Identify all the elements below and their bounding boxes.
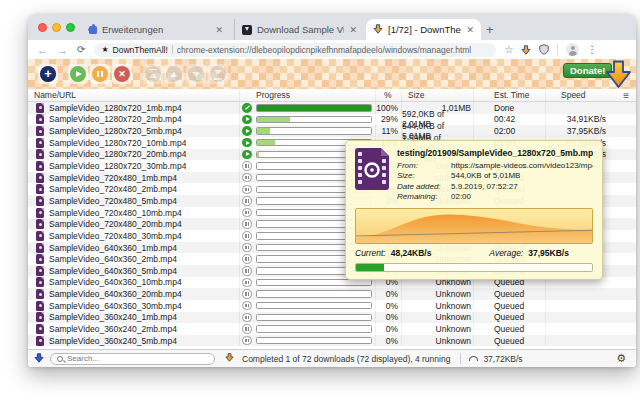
table-row[interactable]: SampleVideo_360x240_1mb.mp4 0% Unknown Q…	[28, 312, 636, 324]
add-downloads-button[interactable]: +	[38, 64, 58, 84]
speed-cell	[546, 312, 606, 324]
video-file-icon	[36, 324, 44, 334]
file-name: SampleVideo_640x360_30mb.mp4	[49, 301, 182, 311]
zoom-window-button[interactable]	[66, 23, 75, 32]
cancel-x-icon: ✕	[114, 66, 130, 82]
move-down-button[interactable]	[186, 64, 206, 84]
column-progress[interactable]: Progress	[254, 89, 376, 101]
minimize-window-button[interactable]	[52, 23, 61, 32]
percent-cell: 0%	[376, 312, 402, 324]
file-name: SampleVideo_640x360_10mb.mp4	[49, 277, 182, 287]
move-to-bottom-button[interactable]	[208, 64, 228, 84]
tooltip-remaining-label: Remaining:	[397, 192, 451, 203]
progress-bar	[256, 325, 372, 333]
file-name: SampleVideo_1280x720_10mb.mp4	[49, 138, 186, 148]
video-file-icon	[36, 184, 44, 194]
table-row[interactable]: SampleVideo_1280x720_2mb.mp4 29% 592,0KB…	[28, 114, 636, 126]
file-name: SampleVideo_720x480_20mb.mp4	[49, 219, 182, 229]
video-file-icon	[36, 254, 44, 264]
tab-close-icon[interactable]: ✕	[349, 25, 357, 35]
percent-cell: 0%	[376, 288, 402, 300]
video-file-icon	[36, 336, 44, 346]
window-controls[interactable]	[38, 23, 75, 32]
profile-avatar[interactable]	[566, 43, 579, 56]
column-est-time[interactable]: Est. Time	[474, 89, 546, 101]
downthemall-extension-icon[interactable]	[521, 41, 531, 59]
video-file-icon	[36, 289, 44, 299]
move-up-button[interactable]	[164, 64, 184, 84]
video-file-icon	[36, 103, 44, 113]
tab-close-icon[interactable]: ✕	[215, 25, 223, 35]
omnibox-divider	[172, 45, 173, 54]
table-row[interactable]: SampleVideo_640x360_30mb.mp4 0% Unknown …	[28, 300, 636, 312]
time-cell: Queued	[474, 335, 546, 347]
screenshot-stage: Erweiterungen ✕ Download Sample Videos /…	[0, 0, 640, 400]
forward-icon[interactable]: →	[57, 44, 68, 56]
progress-fill	[257, 152, 259, 158]
queued-state-icon	[242, 254, 252, 264]
close-window-button[interactable]	[38, 23, 47, 32]
back-icon[interactable]: ←	[37, 44, 48, 56]
table-row[interactable]: SampleVideo_640x360_20mb.mp4 0% Unknown …	[28, 288, 636, 300]
video-file-icon	[36, 173, 44, 183]
browser-actions: ☆ ⋮	[504, 41, 597, 59]
dta-statusbar-icon	[34, 353, 44, 365]
table-row[interactable]: SampleVideo_1280x720_5mb.mp4 11% 544,0KB…	[28, 125, 636, 137]
queued-state-icon	[242, 324, 252, 334]
column-size[interactable]: Size	[402, 89, 474, 101]
column-name-url[interactable]: Name/URL	[28, 89, 240, 101]
tooltip-date-value: 5.9.2019, 07:52:27	[451, 182, 518, 193]
tab-label: Download Sample Videos / Du	[257, 24, 344, 35]
table-header[interactable]: Name/URL Progress % Size Est. Time Speed…	[28, 89, 636, 102]
gear-icon[interactable]: ⚙	[616, 352, 626, 365]
file-name: SampleVideo_360x240_1mb.mp4	[49, 312, 177, 322]
arrow-to-top-icon	[145, 66, 161, 82]
pause-button[interactable]	[90, 64, 110, 84]
queued-state-icon	[242, 266, 252, 276]
size-cell: Unknown	[402, 335, 474, 347]
status-text: Completed 1 of 72 downloads (72 displaye…	[242, 354, 450, 364]
tab-close-icon[interactable]: ✕	[466, 25, 474, 35]
percent-cell: 29%	[376, 114, 402, 126]
bookmark-star-icon[interactable]: ☆	[504, 44, 513, 55]
arrow-to-bottom-icon	[210, 66, 226, 82]
extensions-puzzle-icon	[89, 26, 97, 34]
resume-button[interactable]	[68, 64, 88, 84]
column-percent[interactable]: %	[376, 89, 402, 101]
table-row[interactable]: SampleVideo_360x240_5mb.mp4 0% Unknown Q…	[28, 335, 636, 347]
downthemall-toolbar: + ✕ Donate!	[28, 59, 636, 89]
tab-strip: Erweiterungen ✕ Download Sample Videos /…	[28, 14, 636, 40]
column-speed[interactable]: Speed	[546, 89, 606, 101]
new-tab-button[interactable]: +	[486, 22, 494, 37]
file-name: SampleVideo_640x360_2mb.mp4	[49, 254, 177, 264]
progress-fill	[257, 128, 270, 134]
reload-icon[interactable]: ⟳	[77, 44, 85, 55]
address-bar: ← → ⟳ ★ DownThemAll! chrome-extension://…	[28, 40, 636, 59]
speed-graph-icon	[469, 356, 478, 361]
chrome-menu-icon[interactable]: ⋮	[587, 44, 597, 55]
file-name: SampleVideo_360x240_2mb.mp4	[49, 324, 177, 334]
omnibox[interactable]: ★ DownThemAll! chrome-extension://dlebeo…	[94, 43, 496, 57]
search-box[interactable]	[50, 353, 215, 365]
tab-sample-videos[interactable]: Download Sample Videos / Du ✕	[234, 19, 364, 40]
search-icon	[57, 356, 63, 362]
table-row[interactable]: SampleVideo_360x240_2mb.mp4 0% Unknown Q…	[28, 323, 636, 335]
tab-downthemall-manager[interactable]: [1/72] - DownThemAll! Manage ✕	[366, 19, 481, 40]
shield-extension-icon[interactable]	[539, 41, 549, 59]
progress-fill	[257, 117, 290, 123]
tab-extensions[interactable]: Erweiterungen ✕	[82, 19, 230, 40]
search-input[interactable]	[67, 354, 208, 363]
move-to-top-button[interactable]	[143, 64, 163, 84]
progress-bar	[256, 116, 372, 124]
video-file-icon	[36, 138, 44, 148]
speed-cell	[546, 323, 606, 335]
column-picker-icon[interactable]: ≡	[623, 89, 629, 102]
file-name: SampleVideo_1280x720_2mb.mp4	[49, 114, 182, 124]
file-name: SampleVideo_360x240_5mb.mp4	[49, 336, 177, 346]
progress-fill	[257, 140, 275, 146]
cancel-button[interactable]: ✕	[112, 64, 132, 84]
progress-bar	[256, 104, 372, 112]
arrow-down-icon	[188, 66, 204, 82]
speed-cell: 34,91KB/s	[546, 114, 606, 126]
table-row[interactable]: SampleVideo_1280x720_1mb.mp4 100% 1,01MB…	[28, 102, 636, 114]
